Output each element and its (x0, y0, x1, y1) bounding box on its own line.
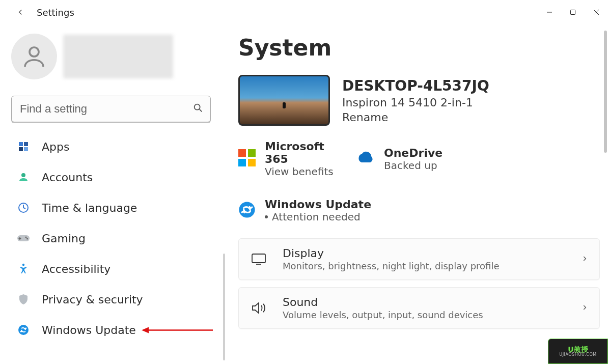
sidebar-item-label: Apps (42, 141, 69, 153)
tile-title: Windows Update (265, 198, 371, 211)
close-icon (593, 9, 599, 15)
card-sound[interactable]: Sound Volume levels, output, input, soun… (238, 287, 600, 329)
profile-row[interactable] (11, 34, 225, 79)
update-icon (16, 323, 31, 337)
clock-globe-icon (16, 201, 31, 215)
card-subtitle: Volume levels, output, input, sound devi… (283, 310, 483, 320)
main-panel: System DESKTOP-4L537JQ Inspiron 14 5410 … (229, 24, 608, 364)
chevron-right-icon (581, 303, 588, 313)
svg-point-11 (21, 173, 25, 177)
close-button[interactable] (585, 4, 608, 20)
svg-point-14 (25, 237, 27, 238)
svg-rect-20 (238, 149, 246, 157)
sidebar-item-accounts[interactable]: Accounts (11, 162, 220, 192)
card-display[interactable]: Display Monitors, brightness, night ligh… (238, 238, 600, 280)
search-row (11, 96, 211, 122)
gamepad-icon (16, 231, 31, 245)
sidebar-item-label: Gaming (42, 232, 86, 245)
shield-icon (16, 292, 31, 306)
maximize-button[interactable] (561, 4, 585, 20)
tile-subtitle: View benefits (265, 165, 350, 178)
device-name: DESKTOP-4L537JQ (342, 77, 489, 94)
window-title: Settings (37, 7, 74, 18)
svg-point-4 (30, 47, 39, 57)
annotation-arrow (142, 324, 213, 337)
svg-point-15 (26, 238, 28, 240)
device-info: DESKTOP-4L537JQ Inspiron 14 5410 2-in-1 … (342, 77, 489, 124)
svg-rect-9 (19, 147, 23, 151)
svg-marker-19 (142, 327, 149, 333)
attention-dot-icon (265, 215, 268, 218)
maximize-icon (570, 9, 576, 15)
sidebar-item-windows-update[interactable]: Windows Update (11, 315, 220, 345)
card-title: Sound (283, 296, 483, 309)
svg-rect-1 (571, 10, 575, 15)
sidebar-item-label: Time & language (42, 202, 137, 214)
svg-rect-8 (24, 142, 28, 146)
svg-rect-7 (19, 142, 23, 146)
nav-list[interactable]: Apps Accounts Time & language Gaming (11, 131, 225, 364)
svg-rect-25 (252, 254, 265, 263)
window-controls (538, 4, 608, 20)
sidebar-item-label: Privacy & security (42, 293, 143, 306)
sidebar: Apps Accounts Time & language Gaming (0, 24, 229, 364)
watermark: U教授 UJIAOSHOU.COM (548, 339, 608, 364)
sidebar-item-time-language[interactable]: Time & language (11, 192, 220, 223)
svg-point-16 (22, 264, 24, 266)
tile-subtitle: Backed up (384, 159, 443, 172)
sidebar-scrollbar[interactable] (223, 254, 225, 360)
microsoft-logo-icon (238, 149, 256, 169)
sidebar-item-label: Accounts (42, 171, 93, 184)
avatar (11, 34, 57, 79)
status-tiles: Microsoft 365 View benefits OneDrive Bac… (238, 140, 585, 223)
update-icon (238, 201, 256, 220)
svg-line-6 (200, 109, 202, 112)
sidebar-item-accessibility[interactable]: Accessibility (11, 254, 220, 284)
settings-card-list: Display Monitors, brightness, night ligh… (238, 238, 600, 329)
accessibility-icon (16, 262, 31, 276)
sound-icon (250, 301, 267, 315)
back-button[interactable] (10, 2, 31, 22)
back-arrow-icon (16, 8, 25, 17)
card-subtitle: Monitors, brightness, night light, displ… (283, 261, 500, 271)
tile-title: OneDrive (384, 147, 443, 159)
person-icon (20, 43, 48, 70)
device-row: DESKTOP-4L537JQ Inspiron 14 5410 2-in-1 … (238, 75, 600, 126)
svg-point-24 (239, 202, 255, 217)
watermark-subtext: UJIAOSHOU.COM (559, 353, 596, 357)
tile-microsoft-365[interactable]: Microsoft 365 View benefits (238, 140, 350, 178)
accounts-icon (16, 170, 31, 184)
svg-rect-23 (248, 159, 256, 166)
rename-link[interactable]: Rename (342, 111, 489, 124)
apps-icon (16, 139, 31, 154)
main-scrollbar[interactable] (604, 31, 607, 153)
wallpaper-thumbnail[interactable] (238, 75, 330, 126)
svg-rect-22 (238, 159, 246, 166)
sidebar-item-label: Windows Update (42, 324, 136, 337)
display-icon (250, 253, 267, 265)
tile-windows-update[interactable]: Windows Update Attention needed (238, 198, 391, 223)
tile-subtitle: Attention needed (265, 211, 371, 223)
sidebar-item-apps[interactable]: Apps (11, 131, 220, 162)
search-input[interactable] (11, 96, 211, 122)
minimize-icon (546, 9, 552, 15)
cloud-icon (355, 151, 375, 166)
tile-onedrive[interactable]: OneDrive Backed up (355, 140, 467, 178)
device-model: Inspiron 14 5410 2-in-1 (342, 96, 489, 109)
card-title: Display (283, 247, 500, 260)
profile-name-redacted (63, 35, 173, 78)
svg-point-5 (195, 104, 200, 110)
svg-rect-21 (248, 149, 256, 157)
page-title: System (238, 35, 600, 61)
sidebar-item-label: Accessibility (42, 263, 110, 275)
sidebar-item-gaming[interactable]: Gaming (11, 223, 220, 254)
minimize-button[interactable] (538, 4, 561, 20)
search-icon[interactable] (192, 102, 204, 116)
chevron-right-icon (581, 255, 588, 264)
titlebar: Settings (0, 0, 608, 24)
svg-rect-10 (24, 147, 28, 151)
sidebar-item-privacy-security[interactable]: Privacy & security (11, 284, 220, 315)
tile-title: Microsoft 365 (265, 140, 350, 165)
watermark-text: U教授 (568, 346, 588, 353)
